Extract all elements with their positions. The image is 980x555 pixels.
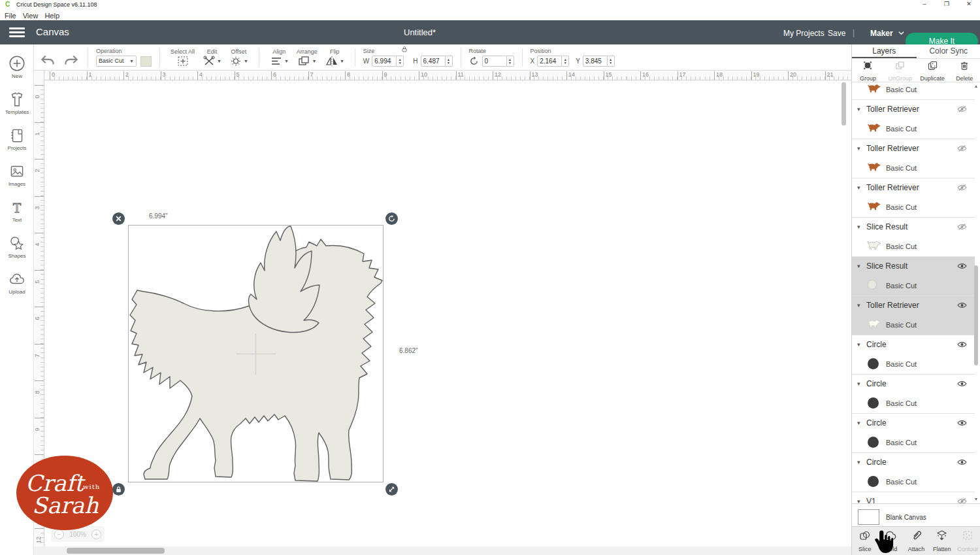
undo-icon[interactable] [39,53,56,67]
layer-row[interactable]: Basic Cut [852,394,975,413]
lock-handle[interactable] [112,483,125,496]
zoom-in-button[interactable]: + [91,530,101,539]
delete-button[interactable]: Delete [949,59,980,82]
layer-group-row[interactable]: ▾Slice Result [852,257,975,276]
scroll-down-arrow[interactable]: ▼ [973,497,979,501]
edit-button[interactable]: Edit ▼ [203,48,221,67]
layer-row[interactable]: Basic Cut [852,197,975,217]
eye-visible-icon[interactable] [957,458,967,466]
duplicate-button[interactable]: Duplicate [917,59,949,82]
sidebar-item-templates[interactable]: Templates [0,90,34,115]
layer-group-row[interactable]: ▾Toller Retriever [852,296,975,315]
collapse-caret-icon[interactable]: ▾ [857,459,860,465]
size-lock-icon[interactable] [401,46,408,52]
collapse-caret-icon[interactable]: ▾ [857,145,860,152]
position-y-input[interactable] [583,56,608,67]
position-y-stepper[interactable]: ▲▼ [608,56,615,67]
select-all-button[interactable]: Select All [171,48,195,67]
collapse-caret-icon[interactable]: ▾ [857,341,860,348]
group-button[interactable]: Group [852,59,884,82]
document-title[interactable]: Untitled* [404,27,436,37]
eye-visible-icon[interactable] [957,341,967,348]
deselect-handle[interactable] [112,212,125,225]
machine-selector[interactable]: Maker [870,29,904,38]
sidebar-item-projects[interactable]: Projects [0,126,34,151]
minimize-button[interactable]: – [913,0,936,9]
collapse-caret-icon[interactable]: ▾ [857,380,860,387]
collapse-caret-icon[interactable]: ▾ [857,263,860,269]
eye-visible-icon[interactable] [957,262,967,270]
rotate-stepper[interactable]: ▲▼ [507,56,514,67]
collapse-caret-icon[interactable]: ▾ [857,224,860,230]
design-canvas[interactable]: 6.994" 6.862" [44,80,851,555]
width-stepper[interactable]: ▲▼ [397,56,404,67]
position-x-stepper[interactable]: ▲▼ [562,56,569,67]
hamburger-menu-icon[interactable] [9,27,25,37]
layer-group-row[interactable]: ▾Circle [852,414,975,433]
canvas-horizontal-scrollbar[interactable] [34,547,851,555]
sidebar-item-new[interactable]: New [0,54,34,79]
my-projects-link[interactable]: My Projects [783,29,825,38]
zoom-out-button[interactable]: − [54,530,64,539]
resize-handle[interactable] [385,483,398,496]
collapse-caret-icon[interactable]: ▾ [857,498,860,503]
eye-hidden-icon[interactable] [957,105,967,113]
collapse-caret-icon[interactable]: ▾ [857,420,860,426]
layer-row[interactable]: Basic Cut [852,472,975,492]
tab-color-sync[interactable]: Color Sync [917,44,980,58]
scrollbar-thumb[interactable] [974,265,978,365]
layer-row[interactable]: Basic Cut [852,276,975,295]
layer-row[interactable]: Basic Cut [852,354,975,374]
eye-hidden-icon[interactable] [957,184,967,192]
tab-layers[interactable]: Layers [852,44,917,58]
layer-row[interactable]: Basic Cut [852,82,975,99]
layer-row[interactable]: Basic Cut [852,158,975,178]
attach-button[interactable]: Attach [904,527,929,555]
layer-group-row[interactable]: ▾Toller Retriever [852,100,975,119]
layer-group-row[interactable]: ▾Slice Result [852,218,975,237]
collapse-caret-icon[interactable]: ▾ [857,184,860,191]
eye-hidden-icon[interactable] [957,144,967,152]
rotate-handle[interactable] [385,212,398,225]
height-input[interactable] [421,56,446,67]
eye-hidden-icon[interactable] [957,223,967,231]
sidebar-item-text[interactable]: TText [0,198,34,223]
eye-visible-icon[interactable] [957,419,967,427]
collapse-caret-icon[interactable]: ▾ [857,106,860,112]
position-x-input[interactable] [537,56,562,67]
layer-group-row[interactable]: ▾V1 [852,492,975,503]
sidebar-item-images[interactable]: Images [0,162,34,187]
restore-button[interactable]: ❐ [936,0,958,9]
offset-button[interactable]: Offset ▼ [229,48,248,67]
eye-hidden-icon[interactable] [957,497,967,503]
layer-row[interactable]: Basic Cut [852,433,975,452]
flatten-button[interactable]: Flatten [929,527,955,555]
layer-group-row[interactable]: ▾Circle [852,335,975,354]
redo-icon[interactable] [63,53,80,67]
canvas-vertical-scrollbar[interactable] [841,82,846,126]
scroll-up-arrow[interactable]: ▲ [973,84,979,88]
scrollbar-thumb[interactable] [67,548,165,554]
eye-visible-icon[interactable] [957,301,967,309]
layer-row[interactable]: Basic Cut [852,315,975,335]
layer-group-row[interactable]: ▾Circle [852,453,975,472]
arrange-button[interactable]: Arrange ▼ [297,48,318,67]
close-button[interactable]: ✕ [958,0,980,9]
flip-button[interactable]: Flip ▼ [325,48,344,67]
sidebar-item-shapes[interactable]: Shapes [0,234,34,259]
layer-row[interactable]: Basic Cut [852,119,975,139]
color-swatch[interactable] [140,56,152,67]
save-link[interactable]: Save [828,29,845,38]
operation-dropdown[interactable]: Basic Cut▼ [96,56,137,67]
rotate-input[interactable] [482,56,507,67]
collapse-caret-icon[interactable]: ▾ [857,302,860,309]
layers-scrollbar[interactable]: ▲ ▼ [973,84,979,503]
layer-row[interactable]: Basic Cut [852,237,975,256]
layer-group-row[interactable]: ▾Toller Retriever [852,139,975,158]
eye-visible-icon[interactable] [957,380,967,388]
layer-group-row[interactable]: ▾Toller Retriever [852,178,975,197]
height-stepper[interactable]: ▲▼ [446,56,453,67]
align-button[interactable]: Align ▼ [270,48,289,67]
sidebar-item-upload[interactable]: Upload [0,270,34,295]
width-input[interactable] [372,56,397,67]
